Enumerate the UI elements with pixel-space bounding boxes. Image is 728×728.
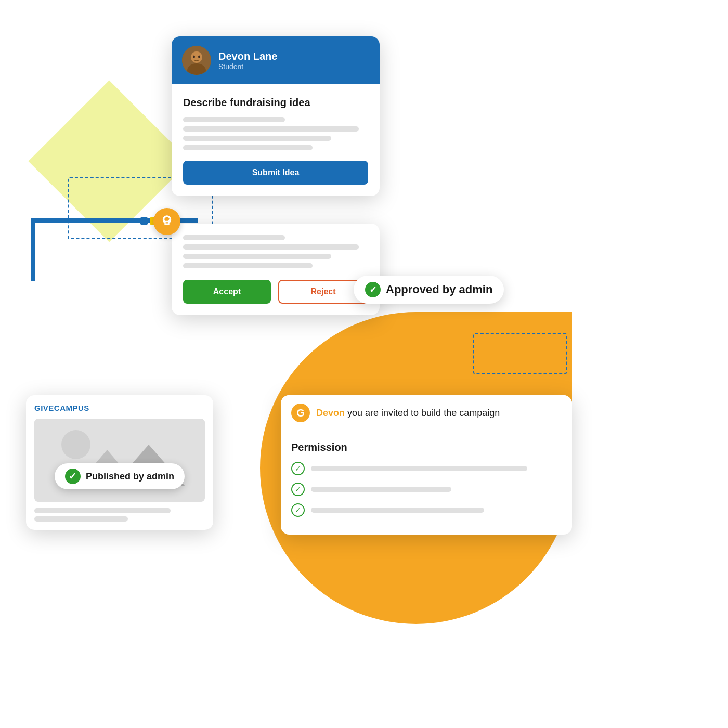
givecampus-g-icon: G	[291, 404, 310, 422]
permission-title: Permission	[291, 441, 562, 453]
invite-suffix: you are invited to build the campaign	[345, 408, 500, 418]
permission-item-3: ✓	[291, 503, 562, 517]
pub-line-1	[34, 508, 171, 513]
placeholder-line-4	[183, 145, 313, 150]
review-card: Accept Reject	[172, 224, 380, 315]
blue-line-vertical	[31, 218, 35, 281]
published-badge: ✓ Published by admin	[55, 463, 185, 489]
pub-line-2	[34, 516, 128, 522]
approved-check-icon: ✓	[365, 282, 381, 297]
permission-item-2: ✓	[291, 483, 562, 496]
g-letter: G	[296, 407, 305, 419]
svg-rect-6	[34, 419, 205, 502]
invite-body: Permission ✓ ✓ ✓	[281, 431, 572, 535]
placeholder-line-2	[183, 126, 359, 132]
published-text: Published by admin	[86, 471, 174, 482]
review-line-2	[183, 244, 359, 250]
permission-line-1	[311, 466, 527, 471]
placeholder-line-3	[183, 136, 331, 141]
svg-point-5	[198, 56, 200, 58]
invite-name: Devon	[316, 408, 345, 418]
approved-text: Approved by admin	[386, 283, 492, 296]
card-body: Describe fundraising idea Submit Idea	[172, 84, 380, 196]
svg-point-4	[193, 56, 195, 58]
avatar	[182, 46, 211, 75]
permission-line-3	[311, 508, 484, 513]
review-line-3	[183, 254, 331, 259]
accept-button[interactable]: Accept	[183, 280, 271, 304]
published-card-lines	[34, 508, 205, 522]
dashed-connector-2	[473, 333, 567, 374]
user-info: Devon Lane Student	[218, 50, 277, 71]
card-header: Devon Lane Student	[172, 36, 380, 84]
published-check-icon: ✓	[65, 469, 81, 484]
lightbulb-icon	[153, 208, 180, 235]
permission-check-icon-3: ✓	[291, 503, 305, 517]
placeholder-text-lines	[183, 117, 368, 150]
approved-badge: ✓ Approved by admin	[354, 276, 504, 304]
permission-item-1: ✓	[291, 462, 562, 475]
review-line-1	[183, 235, 285, 240]
card-image: ✓ Published by admin	[34, 419, 205, 502]
permission-check-icon-1: ✓	[291, 462, 305, 475]
placeholder-line-1	[183, 117, 285, 122]
invite-message: Devon you are invited to build the campa…	[316, 408, 500, 419]
review-placeholder-lines	[183, 235, 368, 268]
givecampus-logo: GIVECAMPUS	[34, 404, 205, 412]
submit-idea-button[interactable]: Submit Idea	[183, 161, 368, 185]
published-card: GIVECAMPUS ✓ Published by admin	[26, 395, 213, 530]
invite-card: G Devon you are invited to build the cam…	[281, 395, 572, 535]
review-line-4	[183, 263, 313, 268]
invite-header: G Devon you are invited to build the cam…	[281, 395, 572, 431]
review-actions: Accept Reject	[183, 280, 368, 304]
submit-idea-card: Devon Lane Student Describe fundraising …	[172, 36, 380, 196]
card-title: Describe fundraising idea	[183, 97, 368, 109]
user-name: Devon Lane	[218, 50, 277, 62]
svg-point-9	[61, 430, 90, 459]
user-role: Student	[218, 62, 277, 71]
permission-line-2	[311, 487, 451, 492]
permission-check-icon-2: ✓	[291, 483, 305, 496]
